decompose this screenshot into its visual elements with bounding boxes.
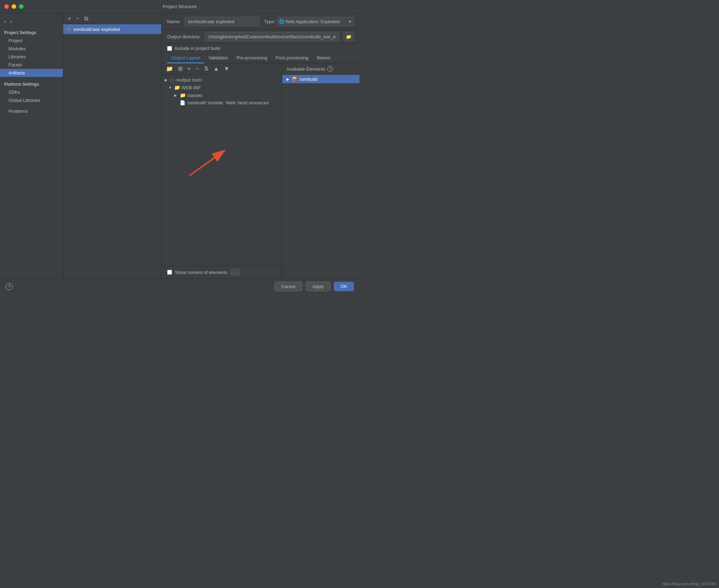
web-app-icon: 🌐 xyxy=(279,19,284,24)
title-bar: Project Structure xyxy=(0,0,360,13)
type-label: Type: xyxy=(264,19,275,24)
show-content-area: Show content of elements ... xyxy=(161,266,282,279)
tree-node-webinf[interactable]: ▼ 📁 WEB-INF xyxy=(161,84,282,91)
sidebar-item-sdks[interactable]: SDKs xyxy=(0,88,63,96)
name-type-row: Name: Type: 🌐 Web Application: Exploded … xyxy=(161,13,360,30)
artifact-icon: ⚙ xyxy=(67,26,71,32)
tree-node-classes[interactable]: ▶ 📁 classes xyxy=(161,91,282,99)
remove-element-button[interactable]: − xyxy=(194,65,200,73)
output-dir-label: Output directory: xyxy=(167,34,201,39)
sort-button[interactable]: ⇅ xyxy=(202,65,210,73)
copy-artifact-button[interactable]: ⧉ xyxy=(83,15,90,22)
expander-icon: ▼ xyxy=(169,86,173,90)
nav-forward-button[interactable]: › xyxy=(9,18,13,25)
expander-icon: ▶ xyxy=(174,93,178,97)
content-panel: Name: Type: 🌐 Web Application: Exploded … xyxy=(161,13,360,279)
browse-button[interactable]: 📁 xyxy=(343,32,354,41)
move-up-button[interactable]: ▲ xyxy=(212,65,221,73)
name-input[interactable] xyxy=(185,17,260,26)
type-select[interactable]: Web Application: Exploded xyxy=(277,17,354,26)
webinf-label: WEB-INF xyxy=(182,85,201,90)
sidebar-item-project[interactable]: Project xyxy=(0,37,63,45)
classes-folder-icon: 📁 xyxy=(180,92,186,98)
tree-node-facet-resources[interactable]: 📄 'ssmbuild' module: 'Web' facet resourc… xyxy=(161,99,282,106)
footer: ? Cancel Apply OK xyxy=(0,279,360,294)
move-down-button[interactable]: ▼ xyxy=(222,65,231,73)
tab-output-layout[interactable]: Output Layout xyxy=(167,53,204,63)
artifact-list-toolbar: + − ⧉ xyxy=(63,13,161,24)
create-dir-button[interactable]: 📁 xyxy=(164,65,175,73)
window-title: Project Structure xyxy=(163,4,197,9)
sidebar-item-libraries[interactable]: Libraries xyxy=(0,53,63,61)
available-help-icon[interactable]: ? xyxy=(327,66,333,72)
available-item-label: ssmbuild xyxy=(299,77,317,82)
add-artifact-button[interactable]: + xyxy=(66,15,73,22)
tree-node-output-root[interactable]: ◆ ◇ <output root> xyxy=(161,76,282,84)
help-button[interactable]: ? xyxy=(6,283,13,290)
main-container: ‹ › Project Settings Project Modules Lib… xyxy=(0,13,360,279)
sidebar: ‹ › Project Settings Project Modules Lib… xyxy=(0,13,63,279)
tab-validation[interactable]: Validation xyxy=(204,53,232,63)
include-row: Include in project build xyxy=(161,44,360,53)
webinf-folder-icon: 📁 xyxy=(174,85,180,90)
sidebar-item-facets[interactable]: Facets xyxy=(0,61,63,69)
artifact-item-ssmbuild[interactable]: ⚙ ssmbuild:war exploded xyxy=(63,24,161,34)
close-button[interactable] xyxy=(4,4,9,9)
expander-icon: ◆ xyxy=(164,78,169,82)
available-panel: Available Elements ? ▶ 📦 ssmbuild xyxy=(282,63,360,279)
platform-settings-header: Platform Settings xyxy=(0,80,63,88)
minimize-button[interactable] xyxy=(12,4,16,9)
project-settings-header: Project Settings xyxy=(0,28,63,37)
facet-resource-icon: 📄 xyxy=(180,100,185,105)
output-dir-input[interactable] xyxy=(205,32,339,41)
sidebar-item-problems[interactable]: Problems xyxy=(0,107,63,115)
cancel-button[interactable]: Cancel xyxy=(275,282,302,291)
maximize-button[interactable] xyxy=(19,4,24,9)
sidebar-item-modules[interactable]: Modules xyxy=(0,45,63,53)
available-header: Available Elements ? xyxy=(282,63,360,75)
tree-content: ◆ ◇ <output root> ▼ 📁 WEB-INF ▶ 📁 cl xyxy=(161,74,282,266)
grid-button[interactable]: ⊞ xyxy=(176,65,184,73)
tree-panel: 📁 ⊞ + − ⇅ ▲ ▼ ◆ ◇ <output root> xyxy=(161,63,282,279)
available-elements-label: Available Elements xyxy=(286,66,325,72)
output-root-icon: ◇ xyxy=(170,77,174,83)
include-in-build-checkbox[interactable] xyxy=(167,46,172,51)
tab-post-processing[interactable]: Post-processing xyxy=(271,53,312,63)
remove-artifact-button[interactable]: − xyxy=(74,15,81,22)
traffic-lights xyxy=(4,4,24,9)
type-select-wrapper: 🌐 Web Application: Exploded ▼ xyxy=(277,17,354,26)
show-content-label: Show content of elements xyxy=(175,270,227,275)
ok-button[interactable]: OK xyxy=(334,282,354,291)
tabs-row: Output Layout Validation Pre-processing … xyxy=(161,53,360,63)
name-label: Name: xyxy=(167,19,180,24)
artifact-item-label: ssmbuild:war exploded xyxy=(73,27,120,32)
available-expand-icon: ▶ xyxy=(286,77,289,81)
available-content: ▶ 📦 ssmbuild xyxy=(282,75,360,279)
apply-button[interactable]: Apply xyxy=(306,282,331,291)
tab-maven[interactable]: Maven xyxy=(312,53,335,63)
available-item-ssmbuild[interactable]: ▶ 📦 ssmbuild xyxy=(282,75,360,83)
facet-resources-label: 'ssmbuild' module: 'Web' facet resources xyxy=(187,100,269,105)
tree-toolbar: 📁 ⊞ + − ⇅ ▲ ▼ xyxy=(161,63,282,74)
available-module-icon: 📦 xyxy=(291,76,297,82)
content-area: 📁 ⊞ + − ⇅ ▲ ▼ ◆ ◇ <output root> xyxy=(161,63,360,279)
add-element-button[interactable]: + xyxy=(186,65,192,73)
dots-button[interactable]: ... xyxy=(230,269,240,276)
type-container: Type: 🌐 Web Application: Exploded ▼ xyxy=(264,17,354,26)
output-root-label: <output root> xyxy=(175,77,202,83)
sidebar-item-global-libraries[interactable]: Global Libraries xyxy=(0,96,63,104)
sidebar-nav: ‹ › xyxy=(0,16,63,28)
sidebar-item-artifacts[interactable]: Artifacts xyxy=(0,69,63,77)
footer-left: ? xyxy=(6,283,13,290)
artifact-list-panel: + − ⧉ ⚙ ssmbuild:war exploded xyxy=(63,13,161,279)
classes-label: classes xyxy=(187,93,202,98)
output-dir-row: Output directory: 📁 xyxy=(161,30,360,44)
show-content-checkbox[interactable] xyxy=(167,270,172,275)
footer-right: Cancel Apply OK xyxy=(275,282,354,291)
include-in-build-label: Include in project build xyxy=(175,46,220,51)
nav-back-button[interactable]: ‹ xyxy=(3,18,7,25)
tab-pre-processing[interactable]: Pre-processing xyxy=(232,53,271,63)
